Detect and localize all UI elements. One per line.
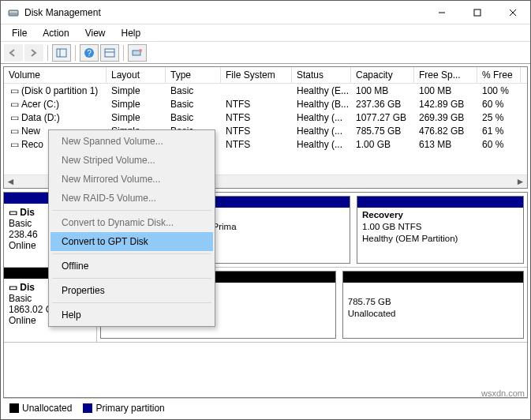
context-menu-item[interactable]: Properties	[50, 281, 213, 300]
context-menu-item: New RAID-5 Volume...	[50, 189, 213, 208]
toolbar: ?	[1, 42, 530, 64]
menu-file[interactable]: File	[4, 26, 35, 40]
partition-recovery[interactable]: Recovery 1.00 GB NTFS Healthy (OEM Parti…	[357, 196, 524, 264]
svg-rect-10	[105, 49, 114, 57]
watermark: wsxdn.com	[481, 388, 525, 398]
context-menu-item[interactable]: Convert to GPT Disk	[50, 232, 213, 251]
volume-icon: ▭	[9, 85, 20, 96]
svg-rect-6	[57, 49, 66, 57]
col-capacity[interactable]: Capacity	[351, 67, 414, 83]
menu-help[interactable]: Help	[114, 26, 149, 40]
toolbar-list-button[interactable]	[100, 44, 119, 62]
toolbar-separator	[47, 45, 48, 61]
window: Disk Management File Action View Help ? …	[0, 0, 531, 420]
volume-headers: Volume Layout Type File System Status Ca…	[4, 67, 527, 84]
context-menu-item: New Mirrored Volume...	[50, 170, 213, 189]
context-menu-item[interactable]: Offline	[50, 257, 213, 276]
menu-action[interactable]: Action	[35, 26, 77, 40]
legend-swatch-primary	[83, 403, 92, 413]
close-button[interactable]	[495, 1, 530, 24]
table-row[interactable]: ▭Acer (C:)SimpleBasicNTFSHealthy (B...23…	[4, 97, 527, 111]
minimize-button[interactable]	[424, 1, 459, 24]
toolbar-separator	[75, 45, 76, 61]
volume-icon: ▭	[9, 139, 20, 150]
toolbar-separator	[123, 45, 124, 61]
col-filesystem[interactable]: File System	[221, 67, 292, 83]
toolbar-settings-button[interactable]	[128, 44, 147, 62]
svg-rect-1	[9, 11, 17, 13]
col-volume[interactable]: Volume	[4, 67, 107, 83]
context-menu-item: New Spanned Volume...	[50, 132, 213, 151]
disk-icon: ▭	[9, 207, 17, 218]
context-menu-item: Convert to Dynamic Disk...	[50, 213, 213, 232]
context-menu-item[interactable]: Help	[50, 306, 213, 324]
svg-point-13	[139, 49, 142, 52]
titlebar: Disk Management	[1, 1, 530, 24]
volume-icon: ▭	[9, 99, 20, 110]
scroll-left-icon[interactable]: ◄	[4, 175, 17, 189]
volume-icon: ▭	[9, 126, 20, 137]
legend-swatch-unallocated	[9, 403, 19, 413]
maximize-button[interactable]	[459, 1, 495, 24]
disk-icon: ▭	[9, 282, 17, 293]
scroll-right-icon[interactable]: ►	[514, 175, 527, 189]
forward-button[interactable]	[24, 44, 43, 62]
col-free[interactable]: Free Sp...	[414, 67, 477, 83]
partition-unallocated[interactable]: 785.75 GB Unallocated	[342, 271, 524, 339]
help-button[interactable]: ?	[80, 44, 99, 62]
menu-view[interactable]: View	[77, 26, 114, 40]
context-menu: New Spanned Volume...New Striped Volume.…	[48, 129, 215, 327]
table-row[interactable]: ▭(Disk 0 partition 1)SimpleBasicHealthy …	[4, 84, 527, 97]
table-row[interactable]: ▭Data (D:)SimpleBasicNTFSHealthy (...107…	[4, 111, 527, 124]
legend: Unallocated Primary partition	[3, 398, 528, 417]
volume-icon: ▭	[9, 112, 20, 123]
window-title: Disk Management	[24, 7, 424, 18]
svg-rect-3	[474, 9, 481, 16]
col-layout[interactable]: Layout	[107, 67, 166, 83]
toolbar-view-button[interactable]	[52, 44, 71, 62]
app-icon	[7, 6, 20, 19]
back-button[interactable]	[4, 44, 23, 62]
svg-text:?: ?	[87, 49, 92, 58]
col-status[interactable]: Status	[292, 67, 351, 83]
col-type[interactable]: Type	[166, 67, 221, 83]
context-menu-item: New Striped Volume...	[50, 151, 213, 170]
col-pct[interactable]: % Free	[477, 67, 521, 83]
menubar: File Action View Help	[1, 24, 530, 42]
